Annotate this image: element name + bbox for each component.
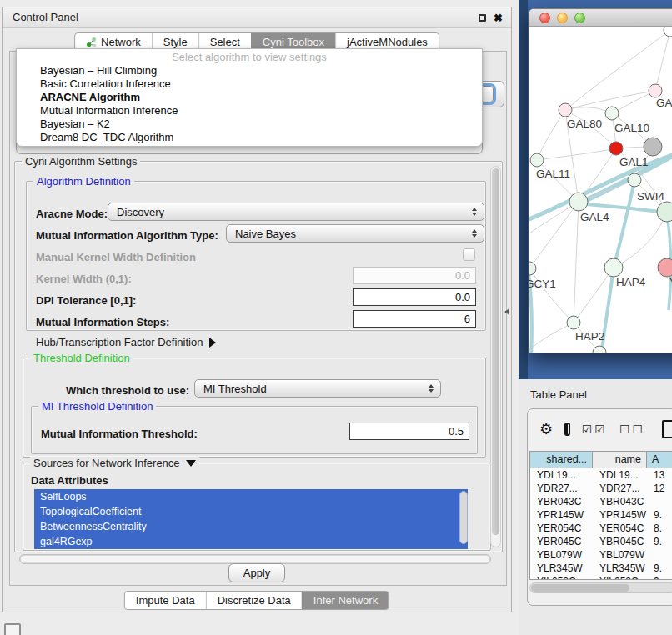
float-window-icon[interactable]: [479, 14, 486, 22]
mi-threshold-field[interactable]: 0.5: [349, 422, 469, 440]
settings-vertical-scrollbar[interactable]: [490, 166, 501, 548]
table-row[interactable]: YDL19...YDL19...13: [530, 468, 672, 482]
dropdown-item[interactable]: Mutual Information Inference: [17, 104, 482, 118]
table-row[interactable]: YBR045CYBR045C9.: [530, 535, 672, 548]
table-column-header[interactable]: A: [647, 452, 672, 468]
table-row[interactable]: YLR345WYLR345W9.: [530, 562, 672, 575]
hub-tf-definition-expander[interactable]: Hub/Transcription Factor Definition: [36, 336, 216, 348]
network-window-titlebar: [529, 9, 672, 27]
control-panel-title: Control Panel: [3, 11, 78, 23]
mi-type-combobox[interactable]: Naive Bayes: [226, 224, 484, 242]
network-node-y[interactable]: [658, 258, 672, 277]
mac-zoom-icon[interactable]: [574, 12, 585, 23]
network-node-gal10[interactable]: [605, 107, 619, 120]
dropdown-item[interactable]: Bayesian – K2: [17, 118, 482, 131]
expander-expanded-icon: [186, 460, 196, 467]
mi-type-value: Naive Bayes: [235, 228, 296, 240]
table-column-header[interactable]: name: [593, 452, 647, 468]
which-threshold-label: Which threshold to use:: [66, 384, 189, 397]
dropdown-item[interactable]: ARACNE Algorithm: [17, 91, 482, 104]
attribute-list-item-selected[interactable]: BetweennessCentrality: [34, 519, 468, 534]
table-cell: YPR145W: [530, 508, 593, 522]
table-cell: YDR27...: [530, 482, 593, 495]
attribute-list-item-selected[interactable]: SelfLoops: [34, 489, 468, 504]
node-label: SWI4: [637, 190, 664, 202]
table-cell: YER054C: [530, 522, 593, 535]
network-node-hap4[interactable]: [604, 258, 623, 277]
network-view-window: GALGAL80GAL10GAL1GAL11SWI4GAL4GCY1HAP4YH…: [529, 8, 672, 353]
table-cell: 9: [647, 575, 672, 580]
node-label: GAL80: [567, 118, 602, 130]
attribute-list-item-selected[interactable]: TopologicalCoefficient: [34, 504, 468, 519]
aracne-mode-combobox[interactable]: Discovery: [108, 202, 484, 221]
combobox-focus-ring: [481, 86, 494, 102]
network-node-gal[interactable]: [649, 84, 662, 98]
tab-label: jActiveMNodules: [347, 36, 428, 48]
tab-infer-network[interactable]: Infer Network: [302, 592, 389, 609]
network-node-gcy1[interactable]: [529, 262, 536, 275]
network-node-gal4[interactable]: [569, 192, 588, 211]
network-node[interactable]: [657, 202, 672, 222]
table-row[interactable]: YER054CYER054C8.: [530, 522, 672, 535]
panel-divider-collapse-icon[interactable]: [504, 308, 509, 315]
table-row[interactable]: YPR145WYPR145W9.: [530, 508, 672, 522]
scrollbar-thumb[interactable]: [531, 584, 629, 592]
network-icon: [86, 37, 97, 48]
tab-impute-data[interactable]: Impute Data: [125, 592, 206, 609]
table-cell: YBL079W: [530, 548, 593, 562]
scrollbar-thumb[interactable]: [21, 556, 489, 562]
table-row[interactable]: YIL052CYIL052C9: [530, 575, 672, 580]
table-row[interactable]: YDR27...YDR27...12: [530, 482, 672, 495]
dropdown-item[interactable]: Dream8 DC_TDC Algorithm: [17, 131, 482, 144]
sources-group-header[interactable]: Sources for Network Inference: [30, 457, 199, 469]
apply-button[interactable]: Apply: [228, 563, 285, 582]
manual-kernel-checkbox[interactable]: [463, 248, 475, 261]
column-layout-icon[interactable]: [564, 422, 570, 436]
attribute-list-item-selected[interactable]: gal4RGexp: [34, 534, 468, 549]
table-cell: YER054C: [593, 522, 647, 535]
mi-threshold-label: Mutual Information Threshold:: [41, 428, 198, 440]
tab-discretize-data[interactable]: Discretize Data: [206, 592, 302, 609]
network-canvas[interactable]: GALGAL80GAL10GAL1GAL11SWI4GAL4GCY1HAP4YH…: [529, 27, 672, 353]
table-cell: 8.: [647, 522, 672, 535]
network-node[interactable]: [644, 138, 662, 156]
table-row[interactable]: YBR043CYBR043C: [530, 495, 672, 508]
tab-label: Style: [163, 36, 188, 48]
network-node-hap2[interactable]: [567, 316, 580, 329]
node-label: GAL: [656, 97, 672, 109]
data-attributes-list[interactable]: SelfLoopsTopologicalCoefficientBetweenne…: [34, 489, 468, 549]
close-icon[interactable]: ✖: [494, 12, 503, 23]
dpi-tolerance-field[interactable]: 0.0: [353, 288, 476, 306]
table-cell: YLR345W: [593, 562, 647, 575]
select-all-checkboxes-icon[interactable]: ☑☑: [582, 423, 608, 435]
network-node[interactable]: [664, 27, 672, 37]
node-label: HAP2: [575, 330, 604, 342]
new-document-icon[interactable]: [662, 420, 672, 438]
which-threshold-combobox[interactable]: MI Threshold: [194, 379, 441, 398]
mac-close-icon[interactable]: [539, 12, 550, 23]
table-cell: YBR045C: [593, 535, 647, 548]
mac-minimize-icon[interactable]: [557, 12, 568, 23]
network-node-gal80[interactable]: [559, 103, 572, 117]
table-cell: YBR045C: [530, 535, 593, 548]
bottom-left-partial-icon: [4, 623, 21, 635]
table-horizontal-scrollbar[interactable]: [529, 582, 672, 593]
kernel-width-field[interactable]: 0.0: [353, 267, 476, 284]
table-cell: 9.: [647, 535, 672, 548]
scrollbar-thumb[interactable]: [492, 168, 499, 535]
settings-gear-icon[interactable]: ⚙: [539, 422, 553, 437]
network-node-gal1[interactable]: [609, 142, 623, 155]
dropdown-item[interactable]: Bayesian – Hill Climbing: [17, 64, 482, 78]
threshold-definition-title: Threshold Definition: [30, 352, 133, 364]
network-node-gal11[interactable]: [530, 153, 544, 167]
mi-threshold-definition-title: MI Threshold Definition: [38, 400, 156, 412]
deselect-all-checkboxes-icon[interactable]: ☐☐: [619, 423, 645, 435]
table-column-header[interactable]: shared...: [530, 452, 593, 468]
dropdown-item[interactable]: Basic Correlation Inference: [17, 78, 482, 91]
node-table[interactable]: shared...nameA YDL19...YDL19...13YDR27..…: [529, 451, 672, 580]
table-row[interactable]: YBL079WYBL079W: [530, 548, 672, 562]
attribute-list-scrollbar[interactable]: [459, 491, 468, 544]
mi-steps-field[interactable]: 6: [353, 310, 476, 328]
spinner-arrows-icon: [472, 208, 477, 216]
network-node-swi4[interactable]: [628, 173, 641, 187]
